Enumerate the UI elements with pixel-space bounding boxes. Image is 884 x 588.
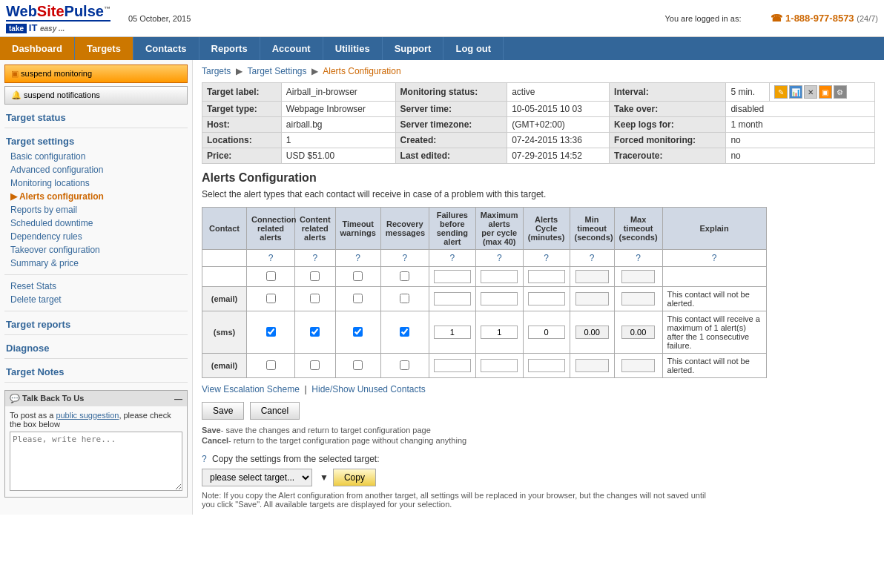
email-1-max-alerts-input[interactable] bbox=[481, 292, 518, 305]
talkback-textarea[interactable] bbox=[10, 432, 182, 491]
sidebar-basic-config[interactable]: Basic configuration bbox=[4, 150, 188, 163]
sidebar-takeover-config[interactable]: Takeover configuration bbox=[4, 243, 188, 257]
sidebar-summary-price[interactable]: Summary & price bbox=[4, 257, 188, 270]
created-val: 07-24-2015 13:36 bbox=[507, 133, 610, 148]
header: WebSitePulse™ take IT easy ... 05 Octobe… bbox=[0, 0, 884, 37]
email-2-conn-checkbox[interactable] bbox=[266, 360, 276, 370]
sidebar-scheduled-downtime[interactable]: Scheduled downtime bbox=[4, 217, 188, 230]
help-recovery-icon[interactable]: ? bbox=[403, 253, 408, 263]
nav-item-reports[interactable]: Reports bbox=[199, 37, 260, 60]
email-2-failures-input[interactable] bbox=[434, 359, 471, 372]
nav-item-logout[interactable]: Log out bbox=[443, 37, 504, 60]
email-1-max-input[interactable] bbox=[621, 292, 655, 305]
toolbar-icon-5[interactable]: ⚙ bbox=[834, 85, 847, 99]
email-1-max bbox=[614, 287, 662, 311]
copy-target-select[interactable]: please select target... bbox=[202, 469, 312, 486]
sms-max-input[interactable] bbox=[621, 326, 655, 339]
nav-item-utilities[interactable]: Utilities bbox=[323, 37, 383, 60]
nav-item-support[interactable]: Support bbox=[383, 37, 444, 60]
email-1-timeout-checkbox[interactable] bbox=[353, 294, 363, 303]
help-failures-icon[interactable]: ? bbox=[450, 253, 455, 263]
breadcrumb-target-settings[interactable]: Target Settings bbox=[247, 66, 306, 76]
sms-cycle-input[interactable] bbox=[528, 326, 565, 339]
col-alerts-cycle: AlertsCycle(minutes) bbox=[523, 208, 570, 250]
diagnose-label: Diagnose bbox=[4, 343, 188, 354]
email-2-cycle-input[interactable] bbox=[528, 359, 565, 372]
email-2-content-checkbox[interactable] bbox=[310, 360, 320, 370]
empty-cycle-input[interactable] bbox=[528, 270, 565, 283]
help-conn-icon[interactable]: ? bbox=[268, 253, 274, 263]
toolbar-icon-1[interactable]: ✎ bbox=[774, 85, 788, 99]
email-1-cycle-input[interactable] bbox=[528, 292, 565, 305]
forced-monitoring-val: no bbox=[726, 133, 875, 148]
target-notes-label: Target Notes bbox=[4, 366, 188, 377]
help-explain-icon[interactable]: ? bbox=[712, 253, 717, 263]
email-2-timeout-checkbox[interactable] bbox=[353, 360, 363, 370]
sidebar-monitoring-locations[interactable]: Monitoring locations bbox=[4, 176, 188, 190]
sms-timeout-checkbox[interactable] bbox=[353, 327, 363, 337]
email-1-recovery-checkbox[interactable] bbox=[400, 294, 409, 303]
toolbar-icon-2[interactable]: 📊 bbox=[789, 85, 802, 99]
empty-conn-checkbox[interactable] bbox=[266, 271, 276, 281]
empty-recovery-checkbox[interactable] bbox=[400, 271, 409, 281]
copy-button[interactable]: Copy bbox=[333, 469, 376, 486]
sidebar-reports-email[interactable]: Reports by email bbox=[4, 203, 188, 217]
toolbar-icon-3[interactable]: ✕ bbox=[804, 85, 817, 99]
talkback-minimize-icon[interactable]: — bbox=[174, 394, 182, 403]
talkback-header[interactable]: 💬 Talk Back To Us — bbox=[5, 391, 187, 406]
help-content-icon[interactable]: ? bbox=[312, 253, 317, 263]
cancel-button[interactable]: Cancel bbox=[250, 402, 300, 420]
suspend-notifications-btn[interactable]: 🔔 suspend notifications bbox=[4, 86, 188, 105]
col-explain: Explain bbox=[662, 208, 766, 250]
sms-max-alerts-input[interactable] bbox=[481, 326, 518, 339]
sms-content-checkbox[interactable] bbox=[310, 327, 320, 337]
target-type-val: Webpage Inbrowser bbox=[281, 102, 395, 117]
empty-max-alerts-input[interactable] bbox=[481, 270, 518, 283]
empty-content-checkbox[interactable] bbox=[310, 271, 320, 281]
nav-item-account[interactable]: Account bbox=[260, 37, 323, 60]
nav-item-dashboard[interactable]: Dashboard bbox=[0, 37, 75, 60]
sidebar-delete-target[interactable]: Delete target bbox=[4, 293, 188, 306]
sidebar-dependency-rules[interactable]: Dependency rules bbox=[4, 230, 188, 243]
sms-recovery-checkbox[interactable] bbox=[400, 327, 409, 337]
email-2-recovery-checkbox[interactable] bbox=[400, 360, 409, 370]
sms-failures-input[interactable] bbox=[434, 326, 471, 339]
help-max-alerts: ? bbox=[475, 250, 523, 267]
target-status-label: Target status bbox=[4, 112, 188, 123]
help-min-icon[interactable]: ? bbox=[590, 253, 595, 263]
help-max-icon[interactable]: ? bbox=[636, 253, 641, 263]
suspend-monitoring-btn[interactable]: ▣ suspend monitoring bbox=[4, 65, 188, 83]
sidebar-reset-stats[interactable]: Reset Stats bbox=[4, 280, 188, 293]
empty-max-input[interactable] bbox=[621, 270, 655, 283]
talkback-public-suggestion-link[interactable]: public suggestion bbox=[56, 411, 119, 420]
copy-label: Copy the settings from the selected targ… bbox=[212, 454, 379, 464]
hide-show-contacts-link[interactable]: Hide/Show Unused Contacts bbox=[311, 384, 425, 394]
email-1-min-input[interactable] bbox=[575, 292, 609, 305]
nav-item-targets[interactable]: Targets bbox=[75, 37, 133, 60]
nav-item-contacts[interactable]: Contacts bbox=[133, 37, 199, 60]
save-button[interactable]: Save bbox=[202, 402, 244, 420]
sms-conn-checkbox[interactable] bbox=[266, 327, 276, 337]
sms-min-input[interactable] bbox=[575, 326, 609, 339]
breadcrumb-targets[interactable]: Targets bbox=[202, 66, 231, 76]
view-escalation-link[interactable]: View Escalation Scheme bbox=[202, 384, 300, 394]
email-2-max-input[interactable] bbox=[621, 359, 655, 372]
email-1-contact: (email) bbox=[202, 287, 247, 311]
toolbar-icon-4[interactable]: ▣ bbox=[819, 85, 832, 99]
empty-failures-input[interactable] bbox=[434, 270, 471, 283]
help-cycle-icon[interactable]: ? bbox=[544, 253, 549, 263]
sidebar-alerts-config[interactable]: ▶ Alerts configuration bbox=[4, 190, 188, 203]
empty-timeout-checkbox[interactable] bbox=[353, 271, 363, 281]
email-2-min-input[interactable] bbox=[575, 359, 609, 372]
help-timeout-icon[interactable]: ? bbox=[355, 253, 360, 263]
header-date: 05 October, 2015 bbox=[125, 14, 191, 23]
email-2-max-alerts-input[interactable] bbox=[481, 359, 518, 372]
help-explain: ? bbox=[662, 250, 766, 267]
copy-help-icon[interactable]: ? bbox=[202, 454, 207, 464]
email-1-conn-checkbox[interactable] bbox=[266, 294, 276, 303]
empty-min-input[interactable] bbox=[575, 270, 609, 283]
email-1-failures-input[interactable] bbox=[434, 292, 471, 305]
email-1-content-checkbox[interactable] bbox=[310, 294, 320, 303]
sidebar-advanced-config[interactable]: Advanced configuration bbox=[4, 163, 188, 176]
help-max-alerts-icon[interactable]: ? bbox=[497, 253, 502, 263]
